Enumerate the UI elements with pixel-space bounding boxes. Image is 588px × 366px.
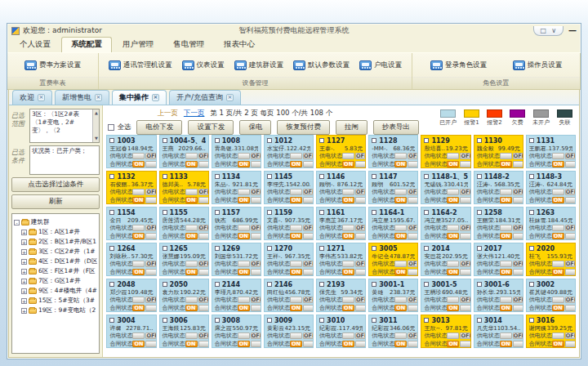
menu-item-个人设置[interactable]: 个人设置 <box>11 38 60 52</box>
card-checkbox[interactable] <box>424 210 429 215</box>
close-toggle[interactable]: ON <box>552 161 576 167</box>
supply-toggle[interactable]: OFF <box>238 225 261 231</box>
card-checkbox[interactable] <box>215 210 220 215</box>
tree-node[interactable]: +9区：4#楼电井（4# <box>21 287 97 295</box>
close-toggle[interactable]: ON <box>500 233 523 239</box>
card-checkbox[interactable] <box>267 246 272 251</box>
supply-toggle[interactable]: OFF <box>394 189 418 195</box>
supply-toggle[interactable]: OFF <box>132 189 156 195</box>
close-toggle[interactable]: ON <box>552 269 576 275</box>
close-toggle[interactable]: ON <box>132 305 156 311</box>
card-checkbox[interactable] <box>163 282 167 287</box>
card-checkbox[interactable] <box>267 138 272 143</box>
tab-新增售电[interactable]: 新增售电× <box>55 90 109 105</box>
supply-toggle[interactable]: OFF <box>290 333 314 339</box>
close-toggle[interactable]: ON <box>342 341 366 347</box>
ribbon-item-仪表设置[interactable]: 仪表设置 <box>182 60 225 70</box>
expand-icon[interactable]: + <box>21 249 27 255</box>
next-page-link[interactable]: 下一页 <box>184 109 205 118</box>
ribbon-item-户电设置[interactable]: 户电设置 <box>359 60 402 70</box>
supply-toggle[interactable]: OFF <box>552 261 576 267</box>
action-button-拉闸[interactable]: 拉闸 <box>336 120 368 135</box>
supply-toggle[interactable]: OFF <box>342 153 366 159</box>
close-toggle[interactable]: ON <box>447 233 470 239</box>
close-toggle[interactable]: ON <box>185 341 209 347</box>
close-toggle[interactable]: ON <box>394 341 418 347</box>
tree-node[interactable]: +15区：5#变站（3# <box>21 297 97 305</box>
close-toggle[interactable]: ON <box>290 197 314 203</box>
action-button-恢复预付费[interactable]: 恢复预付费 <box>277 120 330 135</box>
ribbon-item-登录角色设置[interactable]: 登录角色设置 <box>430 60 487 70</box>
card-checkbox[interactable] <box>529 318 534 323</box>
menu-item-售电管理[interactable]: 售电管理 <box>164 38 213 52</box>
close-toggle[interactable]: ON <box>185 305 209 311</box>
card-checkbox[interactable] <box>109 174 114 179</box>
card-checkbox[interactable] <box>529 174 534 179</box>
supply-toggle[interactable]: OFF <box>290 297 314 303</box>
supply-toggle[interactable]: OFF <box>238 261 261 267</box>
supply-toggle[interactable]: OFF <box>500 333 523 339</box>
close-toggle[interactable]: ON <box>447 341 470 347</box>
supply-toggle[interactable]: OFF <box>132 297 156 303</box>
close-toggle[interactable]: ON <box>238 161 261 167</box>
supply-toggle[interactable]: OFF <box>132 261 156 267</box>
supply-toggle[interactable]: OFF <box>500 189 523 195</box>
supply-toggle[interactable]: OFF <box>552 333 576 339</box>
selected-condition-listbox[interactable]: 状况类：已开户类； <box>29 145 100 175</box>
card-checkbox[interactable] <box>319 138 324 143</box>
tree-node[interactable]: +2区：B区1#井/B区1 <box>21 238 97 246</box>
card-checkbox[interactable] <box>109 282 114 287</box>
close-toggle[interactable]: ON <box>238 341 261 347</box>
action-button-电价下发[interactable]: 电价下发 <box>136 120 182 135</box>
card-checkbox[interactable] <box>477 174 482 179</box>
card-checkbox[interactable] <box>372 246 376 251</box>
tree-node[interactable]: +6区：F区1#井（F区 <box>21 267 97 275</box>
prev-page-link[interactable]: 上一页 <box>157 109 178 118</box>
close-toggle[interactable]: ON <box>394 233 418 239</box>
close-toggle[interactable]: ON <box>185 269 209 275</box>
supply-toggle[interactable]: OFF <box>447 261 470 267</box>
ribbon-item-费率方案设置[interactable]: 费率方案设置 <box>24 60 81 70</box>
card-checkbox[interactable] <box>477 318 482 323</box>
supply-toggle[interactable]: OFF <box>290 261 314 267</box>
card-checkbox[interactable] <box>267 174 272 179</box>
choose-filter-button[interactable]: 点击选择过滤条件 <box>11 177 100 192</box>
supply-toggle[interactable]: OFF <box>238 153 261 159</box>
supply-toggle[interactable]: OFF <box>238 189 261 195</box>
tree-node[interactable]: +1区：A区1#井 <box>21 228 97 236</box>
select-all-checkbox[interactable] <box>108 124 114 131</box>
close-toggle[interactable]: ON <box>238 197 261 203</box>
tab-欢迎[interactable]: 欢迎× <box>12 90 52 105</box>
close-toggle[interactable]: ON <box>394 269 418 275</box>
card-checkbox[interactable] <box>319 246 324 251</box>
close-toggle[interactable]: ON <box>500 197 523 203</box>
selected-range-listbox[interactable]: 3区：〈1区2#表 〈1#变电，2#变〉，〈2 ▲ ▼ <box>29 109 100 143</box>
supply-toggle[interactable]: OFF <box>500 225 523 231</box>
card-checkbox[interactable] <box>109 210 114 215</box>
supply-toggle[interactable]: OFF <box>394 153 418 159</box>
close-toggle[interactable]: ON <box>447 305 470 311</box>
close-toggle[interactable]: ON <box>185 161 209 167</box>
supply-toggle[interactable]: OFF <box>500 261 523 267</box>
card-checkbox[interactable] <box>163 138 167 143</box>
card-checkbox[interactable] <box>424 246 429 251</box>
menu-item-用户管理[interactable]: 用户管理 <box>114 38 163 52</box>
card-checkbox[interactable] <box>215 174 220 179</box>
ribbon-item-建筑群设置[interactable]: 建筑群设置 <box>234 60 284 70</box>
close-toggle[interactable]: ON <box>342 197 366 203</box>
tab-close-icon[interactable]: × <box>226 94 234 101</box>
card-checkbox[interactable] <box>163 318 167 323</box>
supply-toggle[interactable]: OFF <box>394 297 418 303</box>
supply-toggle[interactable]: OFF <box>238 297 261 303</box>
close-toggle[interactable]: ON <box>132 197 156 203</box>
close-toggle[interactable]: ON <box>238 233 261 239</box>
tab-close-icon[interactable]: × <box>95 94 102 101</box>
close-toggle[interactable]: ON <box>132 161 156 167</box>
close-toggle[interactable]: ON <box>500 341 523 347</box>
supply-toggle[interactable]: OFF <box>342 189 366 195</box>
supply-toggle[interactable]: OFF <box>342 225 366 231</box>
minimize-button[interactable]: — <box>568 27 577 35</box>
close-toggle[interactable]: ON <box>500 269 523 275</box>
close-toggle[interactable]: ON <box>132 233 156 239</box>
card-checkbox[interactable] <box>529 138 534 143</box>
